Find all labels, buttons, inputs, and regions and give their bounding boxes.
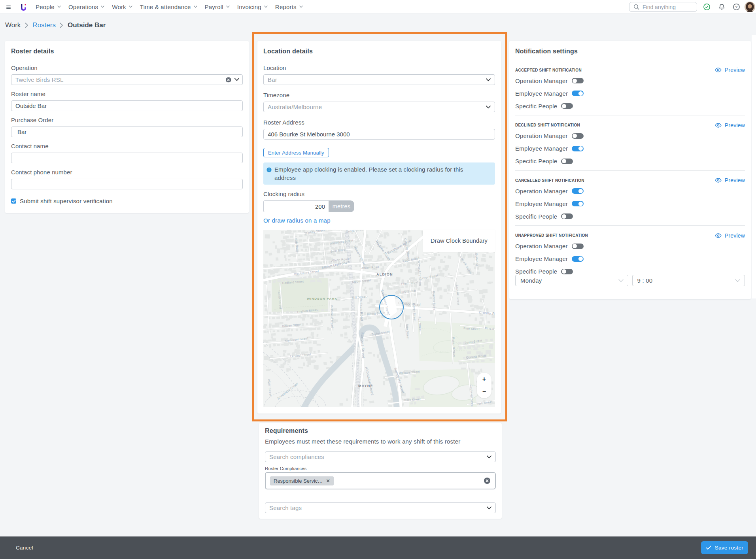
toggle-switch[interactable] <box>572 91 584 96</box>
notification-toggle-row: Specific People <box>515 157 745 165</box>
clear-icon[interactable] <box>226 77 231 83</box>
map-zoom-control: + − <box>477 373 491 398</box>
help-icon[interactable]: ? <box>733 4 740 10</box>
info-icon <box>266 167 272 172</box>
cancel-button[interactable]: Cancel <box>16 545 33 551</box>
zoom-out-button[interactable]: − <box>482 389 486 395</box>
enter-address-manually-button[interactable]: Enter Address Manually <box>263 148 329 157</box>
nav-item-operations[interactable]: Operations <box>68 4 104 10</box>
svg-text:Butler St: Butler St <box>474 253 479 266</box>
location-details-title: Location details <box>263 48 495 55</box>
toggle-switch[interactable] <box>572 133 584 139</box>
notification-toggle-row: Specific People <box>515 102 745 110</box>
draw-radius-link[interactable]: Or draw radius on a map <box>263 217 331 224</box>
toggle-switch[interactable] <box>561 269 573 274</box>
roster-compliances-box[interactable]: Responsible Servic… ✕ <box>265 472 496 489</box>
chevron-down-icon <box>57 6 61 8</box>
toggle-switch[interactable] <box>572 78 584 83</box>
chevron-down-icon <box>735 279 740 282</box>
chevron-down-icon[interactable] <box>234 78 239 81</box>
clocking-radius-input[interactable] <box>263 200 329 212</box>
compliance-chip: Responsible Servic… ✕ <box>270 476 334 485</box>
nav-item-payroll[interactable]: Payroll <box>205 4 230 10</box>
search-tags-select[interactable]: Search tags <box>265 502 496 513</box>
avatar[interactable] <box>745 2 755 12</box>
clocking-info-alert: Employee app clocking is enabled. Please… <box>263 162 495 185</box>
search-icon <box>633 4 639 10</box>
notification-day-select[interactable]: Monday <box>515 275 628 286</box>
roster-name-input[interactable] <box>11 100 243 111</box>
toggle-switch[interactable] <box>572 256 584 262</box>
purchase-order-label: Purchase Order <box>11 116 243 124</box>
contact-name-label: Contact name <box>11 142 243 150</box>
chip-remove-icon[interactable]: ✕ <box>326 478 330 484</box>
toggle-switch[interactable] <box>561 159 573 164</box>
operation-select[interactable]: Twelve Birds RSL <box>11 74 243 85</box>
toggle-switch[interactable] <box>561 103 573 109</box>
breadcrumb-rosters[interactable]: Rosters <box>32 21 56 29</box>
toggle-switch[interactable] <box>561 213 573 219</box>
roster-details-card: Roster details Operation Twelve Birds RS… <box>5 41 249 213</box>
toggle-switch[interactable] <box>572 146 584 151</box>
breadcrumb-current: Outside Bar <box>68 21 106 29</box>
roster-address-label: Roster Address <box>263 119 495 127</box>
map[interactable]: Grove StreetStorkey StreetSalt StreetWak… <box>263 230 495 407</box>
breadcrumb: Work Rosters Outside Bar <box>5 21 106 29</box>
status-check-icon[interactable] <box>703 4 710 10</box>
contact-phone-input[interactable] <box>11 179 243 189</box>
clocking-radius-label: Clocking radius <box>263 190 495 198</box>
preview-link[interactable]: Preview <box>715 122 745 128</box>
requirements-card: Requirements Employees must meet these r… <box>259 423 502 519</box>
top-navbar: PeopleOperationsWorkTime & attendancePay… <box>0 0 756 13</box>
nav-item-people[interactable]: People <box>36 4 61 10</box>
supervisor-verification-checkbox[interactable]: Submit shift supervisor verification <box>11 198 243 204</box>
notification-toggle-row: Operation Manager <box>515 132 745 140</box>
radius-unit-suffix: metres <box>329 200 354 212</box>
save-roster-button[interactable]: Save roster <box>701 541 748 554</box>
roster-compliances-label: Roster Compliances <box>265 466 496 471</box>
toggle-switch[interactable] <box>572 244 584 249</box>
preview-link[interactable]: Preview <box>715 177 745 183</box>
contact-name-input[interactable] <box>11 153 243 163</box>
nav-item-time-attendance[interactable]: Time & attendance <box>140 4 197 10</box>
chevron-down-icon <box>487 455 491 459</box>
notification-toggle-row: Employee Manager <box>515 255 745 263</box>
nav-item-invoicing[interactable]: Invoicing <box>237 4 268 10</box>
checkbox-checked-icon[interactable] <box>11 198 16 204</box>
chevron-down-icon <box>486 106 491 109</box>
nav-item-work[interactable]: Work <box>112 4 132 10</box>
timezone-select[interactable]: Australia/Melbourne <box>263 102 495 112</box>
toggle-switch[interactable] <box>572 188 584 194</box>
location-details-card: Location details Location Bar Timezone A… <box>257 41 501 414</box>
preview-link[interactable]: Preview <box>715 67 745 73</box>
roster-address-input[interactable] <box>263 129 495 140</box>
search-input[interactable]: Find anything <box>629 2 697 12</box>
nav-item-reports[interactable]: Reports <box>275 4 303 10</box>
clear-all-icon[interactable] <box>484 478 490 484</box>
toggle-switch[interactable] <box>572 201 584 206</box>
check-icon <box>706 546 711 550</box>
chevron-down-icon <box>101 6 104 8</box>
breadcrumb-work[interactable]: Work <box>5 21 21 29</box>
chevron-down-icon <box>129 6 132 8</box>
hamburger-menu-icon[interactable] <box>6 6 11 9</box>
search-compliances-select[interactable]: Search compliances <box>265 451 496 462</box>
preview-link[interactable]: Preview <box>715 232 745 239</box>
notification-section-title: UNAPPROVED SHIFT NOTIFICATION <box>515 233 588 238</box>
zoom-in-button[interactable]: + <box>482 376 486 382</box>
purchase-order-input[interactable] <box>11 127 243 137</box>
chevron-down-icon <box>299 6 303 8</box>
bell-icon[interactable] <box>718 4 725 10</box>
location-select[interactable]: Bar <box>263 74 495 85</box>
chevron-down-icon <box>487 506 491 510</box>
notification-time-select[interactable]: 9 : 00 <box>632 275 745 286</box>
notification-toggle-row: Operation Manager <box>515 242 745 250</box>
svg-text:?: ? <box>735 5 738 9</box>
notification-toggle-row: Operation Manager <box>515 187 745 195</box>
svg-text:MAYNE: MAYNE <box>358 384 373 388</box>
chevron-right-icon <box>25 23 28 28</box>
draw-clock-boundary-button[interactable]: Draw Clock Boundary <box>423 230 495 252</box>
eye-icon <box>715 68 722 72</box>
operation-label: Operation <box>11 64 243 72</box>
roster-name-label: Roster name <box>11 90 243 98</box>
